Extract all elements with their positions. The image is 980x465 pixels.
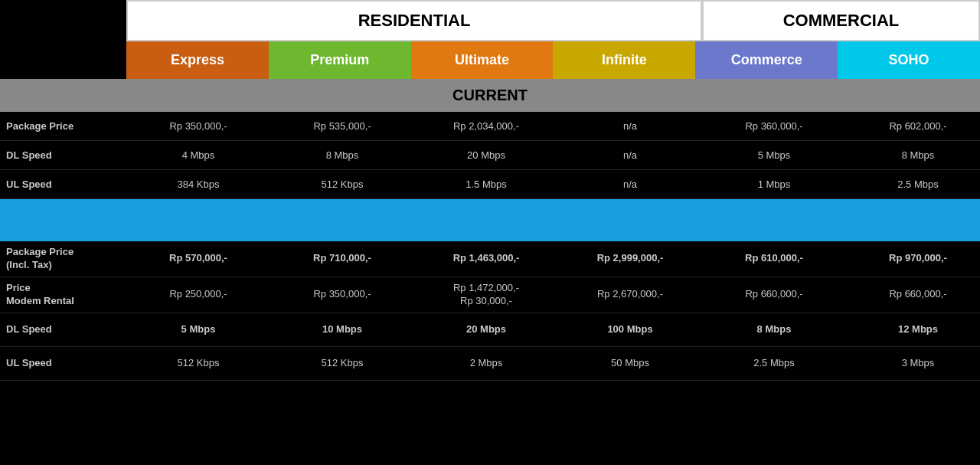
infinite-ul-speed: n/a [558, 174, 702, 195]
commerce-package-price: Rp 360,000,- [702, 116, 846, 136]
new-commerce-ul-speed: 2.5 Mbps [702, 352, 846, 375]
express-dl-speed: 4 Mbps [126, 145, 270, 165]
plan-express: Express [126, 41, 269, 79]
commerce-ul-speed: 1 Mbps [702, 174, 846, 195]
new-premium-price-modem: Rp 350,000,- [270, 283, 414, 306]
package-price-label: Package Price [0, 116, 126, 136]
soho-ul-speed: 2.5 Mbps [846, 174, 980, 195]
new-express-dl-speed: 5 Mbps [126, 319, 270, 341]
new-ul-speed-row: UL Speed 512 Kbps 512 Kbps 2 Mbps 50 Mbp… [0, 347, 980, 381]
package-price-row: Package Price Rp 350,000,- Rp 535,000,- … [0, 112, 980, 141]
new-price-modem-row: PriceModem Rental Rp 250,000,- Rp 350,00… [0, 277, 980, 313]
ultimate-package-price: Rp 2,034,000,- [414, 116, 558, 136]
dl-speed-row: DL Speed 4 Mbps 8 Mbps 20 Mbps n/a 5 Mbp… [0, 141, 980, 170]
new-soho-package-price: Rp 970,000,- [846, 247, 980, 270]
plan-soho: SOHO [838, 41, 980, 79]
new-commerce-price-modem: Rp 660,000,- [702, 283, 846, 306]
plan-ultimate: Ultimate [411, 41, 554, 79]
new-express-ul-speed: 512 Kbps [126, 352, 270, 375]
new-ultimate-package-price: Rp 1,463,000,- [414, 247, 558, 270]
new-infinite-package-price: Rp 2,999,000,- [558, 247, 702, 270]
dl-speed-label: DL Speed [0, 145, 126, 165]
current-bar: CURRENT [0, 79, 980, 112]
ultimate-dl-speed: 20 Mbps [414, 145, 558, 165]
new-commerce-dl-speed: 8 Mbps [702, 319, 846, 341]
new-commerce-package-price: Rp 610,000,- [702, 247, 846, 270]
new-ultimate-ul-speed: 2 Mbps [414, 352, 558, 375]
new-ul-speed-label: UL Speed [0, 352, 126, 375]
soho-dl-speed: 8 Mbps [846, 145, 980, 165]
soho-package-price: Rp 602,000,- [846, 116, 980, 136]
infinite-dl-speed: n/a [558, 145, 702, 165]
commerce-dl-speed: 5 Mbps [702, 145, 846, 165]
new-soho-price-modem: Rp 660,000,- [846, 283, 980, 306]
plans-row: Express Premium Ultimate Infinite Commer… [126, 41, 980, 79]
new-data-section: Package Price(Incl. Tax) Rp 570,000,- Rp… [0, 241, 980, 381]
current-data-section: Package Price Rp 350,000,- Rp 535,000,- … [0, 112, 980, 199]
new-express-package-price: Rp 570,000,- [126, 247, 270, 270]
new-infinite-ul-speed: 50 Mbps [558, 352, 702, 375]
plan-infinite: Infinite [553, 41, 695, 79]
main-container: RESIDENTIAL COMMERCIAL Express Premium U… [0, 0, 980, 381]
ul-speed-row: UL Speed 384 Kbps 512 Kbps 1.5 Mbps n/a … [0, 170, 980, 199]
commercial-header: COMMERCIAL [702, 0, 980, 41]
new-price-modem-label: PriceModem Rental [0, 277, 126, 313]
new-soho-dl-speed: 12 Mbps [846, 319, 980, 341]
new-express-price-modem: Rp 250,000,- [126, 283, 270, 306]
new-package-price-row: Package Price(Incl. Tax) Rp 570,000,- Rp… [0, 241, 980, 277]
residential-header: RESIDENTIAL [126, 0, 702, 41]
plan-commerce: Commerce [695, 41, 838, 79]
plan-premium: Premium [269, 41, 411, 79]
new-premium-package-price: Rp 710,000,- [270, 247, 414, 270]
new-soho-ul-speed: 3 Mbps [846, 352, 980, 375]
premium-ul-speed: 512 Kbps [270, 174, 414, 195]
new-dl-speed-label: DL Speed [0, 319, 126, 341]
ultimate-ul-speed: 1.5 Mbps [414, 174, 558, 195]
express-package-price: Rp 350,000,- [126, 116, 270, 136]
new-dl-speed-row: DL Speed 5 Mbps 10 Mbps 20 Mbps 100 Mbps… [0, 313, 980, 347]
new-infinite-dl-speed: 100 Mbps [558, 319, 702, 341]
ul-speed-label: UL Speed [0, 174, 126, 195]
premium-package-price: Rp 535,000,- [270, 116, 414, 136]
new-premium-ul-speed: 512 Kbps [270, 352, 414, 375]
new-premium-dl-speed: 10 Mbps [270, 319, 414, 341]
express-ul-speed: 384 Kbps [126, 174, 270, 195]
header-section: RESIDENTIAL COMMERCIAL [126, 0, 980, 41]
new-infinite-price-modem: Rp 2,670,000,- [558, 283, 702, 306]
premium-dl-speed: 8 Mbps [270, 145, 414, 165]
new-ultimate-dl-speed: 20 Mbps [414, 319, 558, 341]
new-ultimate-price-modem: Rp 1,472,000,-Rp 30,000,- [414, 277, 558, 313]
blue-divider [0, 199, 980, 241]
new-package-price-label: Package Price(Incl. Tax) [0, 241, 126, 277]
infinite-package-price: n/a [558, 116, 702, 136]
